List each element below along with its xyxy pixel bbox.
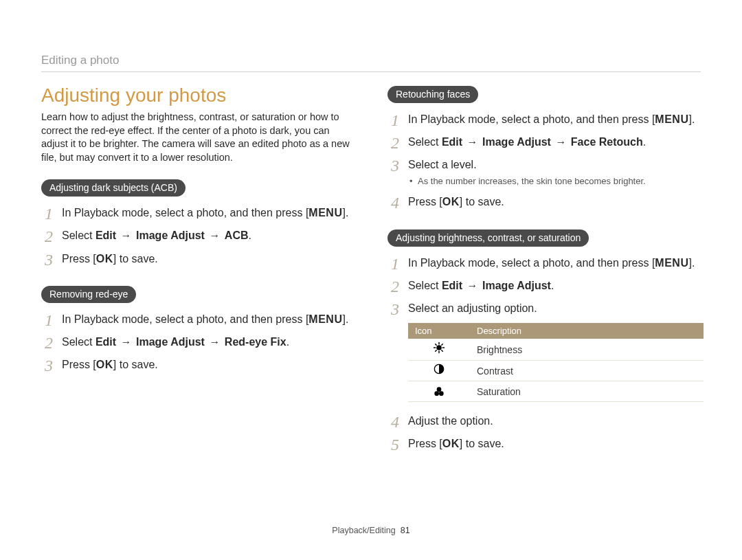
- step-text: Select an adjusting option.: [408, 302, 537, 314]
- step-faces-1: 1 In Playback mode, select a photo, and …: [387, 111, 701, 127]
- step-number: 3: [387, 298, 403, 322]
- svg-line-5: [436, 344, 437, 346]
- press-label: Press: [62, 359, 93, 370]
- to-save-label: to save.: [116, 253, 157, 265]
- step-faces-3: 3 Select a level. As the number increase…: [387, 157, 701, 187]
- step-number: 1: [41, 202, 56, 226]
- step-number: 3: [41, 248, 56, 272]
- to-save-label: to save.: [462, 196, 504, 208]
- ok-badge: OK: [442, 438, 460, 449]
- brightness-label: Brightness: [470, 339, 704, 361]
- step-number: 1: [41, 309, 56, 333]
- content-columns: Adjusting your photos Learn how to adjus…: [41, 85, 701, 470]
- step-bcs-3: 3 Select an adjusting option.: [387, 300, 701, 316]
- step-text: In Playback mode, select a photo, and th…: [408, 257, 652, 269]
- select-label: Select: [62, 229, 95, 241]
- page-number: 81: [401, 526, 410, 535]
- arrow-icon: →: [466, 136, 480, 148]
- step-number: 2: [387, 275, 403, 299]
- step-bcs-5: 5 Press [OK] to save.: [387, 436, 701, 451]
- step-number: 1: [387, 109, 403, 133]
- arrow-icon: →: [120, 336, 133, 348]
- step-text: Adjust the option.: [408, 415, 493, 427]
- step-bcs-4: 4 Adjust the option.: [387, 413, 701, 429]
- edit-label: Edit: [442, 136, 462, 148]
- arrow-icon: →: [554, 136, 567, 148]
- select-label: Select: [62, 336, 95, 348]
- period: .: [692, 257, 695, 269]
- step-faces-3-bullets: As the number increases, the skin tone b…: [408, 176, 701, 188]
- step-acb-3: 3 Press [OK] to save.: [41, 251, 355, 267]
- page: Editing a photo Adjusting your photos Le…: [0, 0, 742, 560]
- step-number: 2: [41, 331, 56, 355]
- table-row: Contrast: [408, 361, 704, 381]
- menu-badge: MENU: [308, 207, 342, 219]
- select-label: Select: [408, 136, 442, 148]
- step-faces-4: 4 Press [OK] to save.: [387, 194, 701, 210]
- image-adjust-label: Image Adjust: [482, 280, 551, 291]
- image-adjust-label: Image Adjust: [482, 136, 551, 148]
- press-label: Press: [62, 253, 93, 265]
- svg-line-6: [442, 350, 443, 352]
- image-adjust-label: Image Adjust: [136, 229, 205, 241]
- edit-label: Edit: [442, 280, 462, 291]
- page-header: Editing a photo: [41, 54, 701, 72]
- step-text: In Playback mode, select a photo, and th…: [62, 313, 306, 325]
- edit-label: Edit: [95, 229, 116, 241]
- step-number: 4: [387, 191, 403, 215]
- svg-point-0: [437, 346, 441, 350]
- ok-badge: OK: [96, 253, 113, 265]
- menu-badge: MENU: [308, 313, 342, 325]
- saturation-icon: [408, 381, 470, 402]
- left-column: Adjusting your photos Learn how to adjus…: [41, 85, 355, 470]
- to-save-label: to save.: [462, 438, 504, 449]
- pill-acb: Adjusting dark subjects (ACB): [41, 179, 186, 197]
- period: .: [346, 313, 348, 325]
- brightness-icon: [408, 339, 470, 361]
- press-label: Press: [408, 438, 439, 449]
- svg-line-7: [436, 350, 437, 352]
- table-head-icon: Icon: [408, 323, 470, 339]
- table-row: Saturation: [408, 381, 704, 402]
- select-label: Select: [408, 280, 442, 291]
- step-acb-1: 1 In Playback mode, select a photo, and …: [41, 205, 355, 221]
- step-bcs-2: 2 Select Edit → Image Adjust.: [387, 278, 701, 293]
- arrow-icon: →: [207, 229, 221, 241]
- period: .: [551, 280, 554, 291]
- period: .: [692, 113, 695, 125]
- ok-badge: OK: [96, 359, 113, 370]
- steps-redeye: 1 In Playback mode, select a photo, and …: [41, 311, 355, 373]
- table-head-description: Description: [470, 323, 704, 339]
- step-acb-2: 2 Select Edit → Image Adjust → ACB.: [41, 227, 355, 243]
- contrast-icon: [408, 361, 470, 381]
- step-text: In Playback mode, select a photo, and th…: [62, 207, 306, 219]
- step-number: 2: [41, 225, 56, 249]
- page-footer: Playback/Editing 81: [0, 526, 742, 535]
- step-redeye-3: 3 Press [OK] to save.: [41, 357, 355, 372]
- to-save-label: to save.: [116, 359, 157, 370]
- table-row: Brightness: [408, 339, 704, 361]
- svg-point-12: [439, 392, 444, 396]
- footer-section: Playback/Editing: [332, 526, 395, 535]
- pill-faces: Retouching faces: [387, 86, 478, 103]
- steps-faces: 1 In Playback mode, select a photo, and …: [387, 111, 701, 210]
- svg-point-10: [437, 388, 442, 392]
- step-bcs-1: 1 In Playback mode, select a photo, and …: [387, 255, 701, 271]
- arrow-icon: →: [120, 229, 133, 241]
- pill-bcs: Adjusting brightness, contrast, or satur…: [387, 229, 589, 247]
- redeye-label: Red-eye Fix: [225, 336, 286, 348]
- face-retouch-label: Face Retouch: [571, 136, 643, 148]
- step-text: In Playback mode, select a photo, and th…: [408, 113, 652, 125]
- step-number: 3: [387, 154, 403, 178]
- period: .: [249, 229, 251, 241]
- intro-text: Learn how to adjust the brightness, cont…: [41, 111, 355, 164]
- pill-redeye: Removing red-eye: [41, 286, 136, 303]
- section-title: Adjusting your photos: [41, 85, 355, 107]
- icon-description-table: Icon Description Brightness: [408, 323, 704, 402]
- arrow-icon: →: [466, 280, 480, 291]
- press-label: Press: [408, 196, 439, 208]
- steps-bcs-bottom: 4 Adjust the option. 5 Press [OK] to sav…: [387, 413, 701, 451]
- step-number: 3: [41, 354, 56, 378]
- step-redeye-2: 2 Select Edit → Image Adjust → Red-eye F…: [41, 334, 355, 350]
- step-number: 4: [387, 410, 403, 434]
